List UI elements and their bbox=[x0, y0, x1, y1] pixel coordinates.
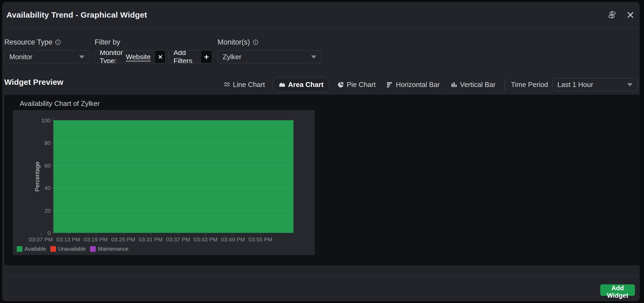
vertical-bar-icon bbox=[450, 81, 458, 88]
time-period-select[interactable]: Last 1 Hour bbox=[552, 78, 638, 91]
dialog-title: Availability Trend - Graphical Widget bbox=[6, 10, 147, 19]
monitors-value: Zylker bbox=[223, 53, 241, 61]
availability-chart: 020406080100 Percentage 03:07 PM03:13 PM… bbox=[13, 110, 315, 255]
filter-by-label: Filter by bbox=[95, 38, 120, 46]
plot-area bbox=[54, 120, 293, 233]
add-widget-button[interactable]: Add Widget bbox=[600, 284, 635, 296]
monitors-label: Monitor(s) bbox=[218, 38, 259, 46]
widget-preview-panel: Availability Chart of Zylker 02040608010… bbox=[4, 95, 640, 265]
header-divider bbox=[2, 29, 640, 29]
legend-swatch-maintenance bbox=[90, 246, 96, 252]
tabs-separator bbox=[505, 78, 505, 91]
x-tick-label: 03:13 PM bbox=[55, 236, 82, 243]
chevron-down-icon bbox=[311, 55, 316, 59]
x-tick-mark bbox=[96, 233, 96, 235]
footer-divider bbox=[2, 277, 640, 277]
area-series-available bbox=[54, 120, 293, 233]
y-tick-label: 0 bbox=[47, 230, 51, 236]
legend-swatch-available bbox=[17, 246, 22, 252]
x-tick-label: 03:55 PM bbox=[247, 236, 274, 243]
x-tick-label: 03:31 PM bbox=[137, 236, 164, 243]
x-tick-mark bbox=[178, 233, 179, 235]
x-tick-label: 03:49 PM bbox=[220, 236, 246, 243]
x-tick-label: 03:19 PM bbox=[82, 236, 109, 243]
filter-chip-text[interactable]: Monitor Type: Website bbox=[95, 51, 155, 63]
chevron-down-icon bbox=[79, 55, 84, 59]
horizontal-bar-icon bbox=[386, 81, 393, 88]
line-chart-icon bbox=[223, 81, 231, 88]
y-tick-label: 20 bbox=[45, 208, 51, 213]
x-tick-label: 03:43 PM bbox=[192, 236, 219, 243]
legend-item[interactable]: Available bbox=[17, 246, 46, 252]
y-tick-label: 40 bbox=[45, 185, 51, 191]
y-tick-label: 80 bbox=[45, 140, 51, 146]
legend-item[interactable]: Unavailable bbox=[50, 246, 86, 252]
area-chart-icon bbox=[279, 81, 286, 88]
resource-type-value: Monitor bbox=[9, 53, 33, 61]
remove-filter-button[interactable] bbox=[155, 51, 165, 63]
monitor-type-filter-chip: Monitor Type: Website bbox=[95, 50, 166, 63]
x-tick-mark bbox=[233, 233, 234, 235]
chart-type-tabs: Line Chart Area Chart Pie Chart Horizont… bbox=[218, 77, 638, 93]
add-filters-chip: Add Filters bbox=[168, 50, 212, 63]
widget-layout-icon[interactable] bbox=[607, 10, 617, 21]
info-icon bbox=[252, 39, 259, 45]
x-tick-mark bbox=[68, 233, 69, 235]
chart-legend: Available Unavailable Maintenance bbox=[17, 246, 128, 252]
monitors-select[interactable]: Zylker bbox=[218, 50, 321, 63]
x-tick-label: 03:07 PM bbox=[27, 236, 54, 243]
tab-label: Line Chart bbox=[233, 81, 265, 89]
tab-area-chart[interactable]: Area Chart bbox=[272, 77, 330, 92]
tab-horizontal-bar[interactable]: Horizontal Bar bbox=[385, 77, 441, 92]
resource-type-select[interactable]: Monitor bbox=[4, 50, 90, 63]
x-tick-mark bbox=[41, 233, 41, 235]
resource-type-label: Resource Type bbox=[4, 38, 61, 46]
x-tick-mark bbox=[151, 233, 151, 235]
tab-vertical-bar[interactable]: Vertical Bar bbox=[449, 77, 497, 92]
x-tick-label: 03:25 PM bbox=[110, 236, 136, 243]
time-period-value: Last 1 Hour bbox=[557, 81, 593, 89]
tab-pie-chart[interactable]: Pie Chart bbox=[336, 77, 377, 92]
tab-label: Horizontal Bar bbox=[396, 81, 440, 89]
time-period-label: Time Period bbox=[511, 81, 548, 89]
y-axis-labels: 020406080100 bbox=[13, 120, 51, 233]
x-tick-label: 03:37 PM bbox=[165, 236, 191, 243]
x-tick-mark bbox=[206, 233, 206, 235]
add-filters-label: Add Filters bbox=[169, 51, 201, 63]
y-tick-label: 60 bbox=[45, 162, 51, 168]
add-filter-button[interactable] bbox=[201, 51, 212, 63]
tab-label: Pie Chart bbox=[347, 81, 376, 89]
legend-swatch-unavailable bbox=[50, 246, 56, 252]
x-axis-labels: 03:07 PM03:13 PM03:19 PM03:25 PM03:31 PM… bbox=[27, 236, 310, 244]
x-tick-mark bbox=[260, 233, 261, 235]
pie-chart-icon bbox=[337, 81, 344, 88]
filter-chip-value[interactable]: Website bbox=[126, 53, 151, 61]
gridlines bbox=[54, 120, 293, 233]
widget-preview-heading: Widget Preview bbox=[4, 78, 63, 87]
x-tick-mark bbox=[123, 233, 124, 235]
tab-label: Vertical Bar bbox=[460, 81, 496, 89]
close-icon[interactable] bbox=[626, 11, 634, 20]
chart-title: Availability Chart of Zylker bbox=[20, 99, 100, 108]
plus-icon bbox=[204, 54, 209, 59]
chevron-down-icon bbox=[627, 83, 633, 86]
filter-chip-label: Monitor Type: bbox=[100, 50, 123, 63]
y-tick-label: 100 bbox=[41, 118, 51, 123]
info-icon bbox=[55, 39, 61, 45]
legend-item[interactable]: Maintenance bbox=[90, 246, 128, 252]
tab-label: Area Chart bbox=[288, 81, 324, 89]
graphical-widget-dialog: Availability Trend - Graphical Widget Re… bbox=[2, 2, 640, 301]
tab-line-chart[interactable]: Line Chart bbox=[222, 77, 266, 92]
remove-filter-x-icon bbox=[158, 55, 163, 59]
